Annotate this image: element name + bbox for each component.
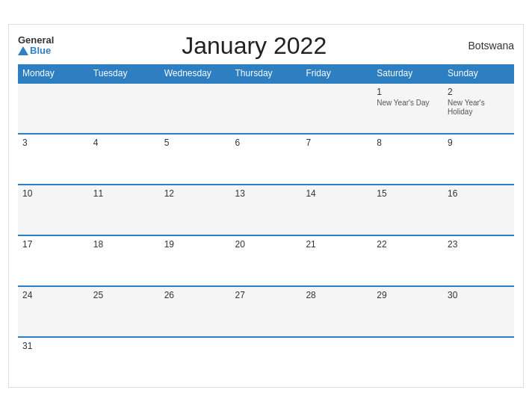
calendar-day-cell: 3 (18, 134, 89, 185)
calendar-day-cell: 16 (443, 185, 514, 235)
weekday-tuesday: Tuesday (89, 64, 160, 83)
calendar-day-cell (18, 83, 89, 134)
day-number: 17 (22, 239, 84, 250)
calendar-day-cell: 24 (18, 286, 89, 337)
weekday-monday: Monday (18, 64, 89, 83)
month-title: January 2022 (54, 32, 454, 60)
day-number: 27 (235, 290, 297, 300)
calendar-day-cell (89, 83, 160, 134)
calendar-day-cell: 15 (372, 185, 443, 235)
calendar-week-row: 24252627282930 (18, 286, 514, 337)
calendar-day-cell: 26 (160, 286, 231, 337)
calendar-day-cell (372, 337, 443, 378)
calendar-day-cell: 18 (89, 235, 160, 286)
weekday-friday: Friday (301, 64, 372, 83)
calendar-day-cell (160, 337, 231, 378)
day-number: 16 (448, 188, 510, 199)
day-number: 24 (22, 290, 84, 300)
day-number: 26 (164, 290, 226, 300)
calendar-day-cell (301, 83, 372, 134)
calendar-day-cell: 20 (231, 235, 302, 286)
calendar-day-cell: 2New Year's Holiday (443, 83, 514, 134)
day-number: 22 (377, 239, 439, 250)
calendar-week-row: 10111213141516 (18, 185, 514, 235)
calendar-day-cell (89, 337, 160, 378)
day-number: 1 (377, 87, 439, 97)
day-number: 10 (22, 188, 84, 199)
day-number: 7 (306, 137, 368, 148)
calendar-day-cell: 23 (443, 235, 514, 286)
day-number: 25 (93, 290, 155, 300)
weekday-wednesday: Wednesday (160, 64, 231, 83)
day-number: 30 (448, 290, 510, 300)
calendar-day-cell (231, 337, 302, 378)
calendar-day-cell: 27 (231, 286, 302, 337)
calendar-day-cell: 8 (372, 134, 443, 185)
calendar-week-row: 3456789 (18, 134, 514, 185)
calendar-day-cell: 13 (231, 185, 302, 235)
calendar-day-cell: 19 (160, 235, 231, 286)
day-number: 13 (235, 188, 297, 199)
day-number: 21 (306, 239, 368, 250)
calendar-day-cell: 31 (18, 337, 89, 378)
calendar-day-cell: 5 (160, 134, 231, 185)
day-number: 3 (22, 137, 84, 148)
calendar-day-cell (231, 83, 302, 134)
calendar-day-cell: 22 (372, 235, 443, 286)
calendar-day-cell (301, 337, 372, 378)
calendar-container: General Blue January 2022 Botswana Monda… (8, 24, 524, 388)
weekday-thursday: Thursday (231, 64, 302, 83)
calendar-day-cell: 9 (443, 134, 514, 185)
calendar-week-row: 1New Year's Day2New Year's Holiday (18, 83, 514, 134)
calendar-day-cell: 28 (301, 286, 372, 337)
calendar-week-row: 31 (18, 337, 514, 378)
day-number: 28 (306, 290, 368, 300)
logo: General Blue (18, 35, 54, 57)
calendar-day-cell: 17 (18, 235, 89, 286)
calendar-day-cell: 30 (443, 286, 514, 337)
calendar-day-cell: 12 (160, 185, 231, 235)
calendar-table: Monday Tuesday Wednesday Thursday Friday… (18, 64, 514, 378)
holiday-label: New Year's Holiday (448, 99, 510, 117)
day-number: 6 (235, 137, 297, 148)
day-number: 31 (22, 341, 84, 351)
calendar-day-cell: 4 (89, 134, 160, 185)
logo-general-text: General (18, 35, 54, 46)
day-number: 4 (93, 137, 155, 148)
calendar-day-cell: 14 (301, 185, 372, 235)
calendar-header: General Blue January 2022 Botswana (18, 32, 514, 60)
calendar-day-cell: 29 (372, 286, 443, 337)
day-number: 9 (448, 137, 510, 148)
calendar-day-cell: 7 (301, 134, 372, 185)
calendar-day-cell: 10 (18, 185, 89, 235)
calendar-day-cell: 25 (89, 286, 160, 337)
calendar-day-cell: 6 (231, 134, 302, 185)
day-number: 14 (306, 188, 368, 199)
day-number: 2 (448, 87, 510, 97)
calendar-day-cell (160, 83, 231, 134)
day-number: 11 (93, 188, 155, 199)
weekday-sunday: Sunday (443, 64, 514, 83)
day-number: 19 (164, 239, 226, 250)
calendar-day-cell: 1New Year's Day (372, 83, 443, 134)
calendar-week-row: 17181920212223 (18, 235, 514, 286)
day-number: 8 (377, 137, 439, 148)
day-number: 20 (235, 239, 297, 250)
calendar-day-cell: 11 (89, 185, 160, 235)
weekday-header-row: Monday Tuesday Wednesday Thursday Friday… (18, 64, 514, 83)
logo-triangle-icon (18, 46, 28, 55)
logo-blue-text: Blue (30, 46, 51, 56)
calendar-day-cell (443, 337, 514, 378)
holiday-label: New Year's Day (377, 99, 439, 108)
calendar-day-cell: 21 (301, 235, 372, 286)
day-number: 12 (164, 188, 226, 199)
country-label: Botswana (454, 40, 514, 52)
day-number: 15 (377, 188, 439, 199)
day-number: 23 (448, 239, 510, 250)
day-number: 18 (93, 239, 155, 250)
weekday-saturday: Saturday (372, 64, 443, 83)
day-number: 29 (377, 290, 439, 300)
day-number: 5 (164, 137, 226, 148)
